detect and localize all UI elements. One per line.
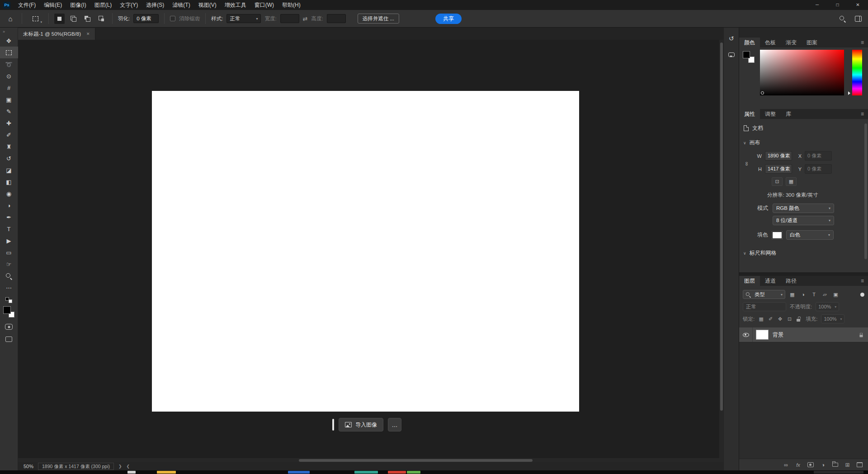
spot-healing-brush-tool[interactable]: ✚ [0,117,18,129]
collapse-section-icon[interactable]: ∨ [743,251,746,256]
color-mode-select[interactable]: RGB 颜色 ▾ [773,204,834,213]
layer-effects-icon[interactable]: fx [795,462,801,468]
vertical-scrollbar-thumb[interactable] [720,43,723,411]
menu-item[interactable]: 选择(S) [142,0,168,10]
add-to-selection-button[interactable] [68,14,79,24]
import-image-button[interactable]: 导入图像 [339,418,383,431]
quick-mask-button[interactable] [5,324,13,330]
menu-item[interactable]: 图层(L) [90,0,116,10]
document-canvas[interactable] [152,91,579,412]
document-tab[interactable]: 未标题-1 @ 50%(RGB/8) ✕ [18,28,95,40]
crop-canvas-icon[interactable]: ⊡ [772,177,783,186]
menu-item[interactable]: 窗口(W) [250,0,278,10]
hue-slider[interactable] [852,50,862,95]
select-and-mask-button[interactable]: 选择并遮住 ... [358,14,399,24]
color-cursor[interactable] [761,91,764,95]
rectangular-marquee-tool[interactable] [0,47,18,58]
current-tool-preset-button[interactable]: ▾ [28,13,43,24]
home-button[interactable]: ⌂ [5,13,16,24]
canvas-fill-select[interactable]: 白色 ▾ [786,230,834,240]
properties-scrollbar-thumb[interactable] [864,123,867,259]
zoom-level-input[interactable]: 50% [24,464,33,469]
share-button[interactable]: 共享 [435,14,462,24]
close-document-icon[interactable]: ✕ [86,32,90,36]
new-layer-icon[interactable]: ⊞ [844,462,850,468]
add-layer-mask-icon[interactable] [807,462,814,467]
pen-tool[interactable]: ✒ [0,211,18,223]
tab-paths[interactable]: 路径 [781,276,802,286]
lock-image-pixels-icon[interactable]: ✐ [768,316,774,322]
eraser-tool[interactable]: ◪ [0,164,18,176]
status-menu-chevron-icon[interactable]: ❯ [118,464,122,469]
type-tool[interactable]: T [0,223,18,235]
new-selection-button[interactable] [54,14,65,24]
move-tool[interactable]: ✥ [0,35,18,47]
tab-patterns[interactable]: 图案 [802,38,822,47]
tab-swatches[interactable]: 色板 [760,38,781,47]
minimize-button[interactable]: ─ [807,0,827,10]
resize-image-icon[interactable]: ▦ [786,177,797,186]
saturation-brightness-field[interactable] [760,50,844,95]
horizontal-scrollbar[interactable] [18,458,723,462]
lock-transparent-pixels-icon[interactable]: ▦ [758,316,764,322]
layers-panel-menu-icon[interactable]: ≡ [857,278,868,284]
collapse-section-icon[interactable]: ∨ [743,141,746,145]
menu-item[interactable]: 文字(Y) [116,0,142,10]
subtract-from-selection-button[interactable] [82,14,93,24]
rectangle-tool[interactable]: ▭ [0,246,18,258]
search-icon[interactable] [839,15,846,22]
menu-item[interactable]: 文件(F) [14,0,40,10]
vertical-scrollbar[interactable] [719,40,723,458]
tab-adjustments[interactable]: 调整 [760,109,781,119]
layer-filter-select[interactable]: 类型 ▾ [743,290,785,299]
link-layers-icon[interactable]: ∞ [783,462,789,468]
filter-smart-objects-icon[interactable]: ▣ [832,290,840,299]
comments-panel-icon[interactable] [725,49,738,60]
link-dimensions-icon[interactable]: ∞ [744,162,750,166]
horizontal-scrollbar-thumb[interactable] [299,459,533,462]
tab-channels[interactable]: 通道 [760,276,781,286]
screen-mode-button[interactable] [5,337,12,342]
delete-layer-icon[interactable] [857,462,863,467]
menu-item[interactable]: 增效工具 [221,0,250,10]
frame-tool[interactable]: ▣ [0,94,18,105]
lock-all-icon[interactable] [796,317,802,322]
blur-tool[interactable]: ◉ [0,188,18,199]
new-adjustment-layer-icon[interactable]: ◑ [820,462,826,468]
tab-color[interactable]: 颜色 [739,38,760,47]
toolbar-collapse-button[interactable]: » [0,28,5,35]
close-button[interactable]: ✕ [848,0,868,10]
feather-input[interactable]: 0 像素 [133,14,159,23]
history-brush-tool[interactable]: ↺ [0,152,18,164]
layer-filter-toggle[interactable] [860,293,864,297]
color-panel-menu-icon[interactable]: ≡ [857,39,868,46]
hand-tool[interactable]: ☞ [0,258,18,270]
lock-position-icon[interactable]: ✥ [777,316,783,322]
canvas-fill-swatch[interactable] [772,232,782,239]
workspace-switcher-icon[interactable] [855,16,862,22]
crop-tool[interactable]: # [0,82,18,94]
clone-stamp-tool[interactable]: ♜ [0,141,18,152]
foreground-color-swatch[interactable] [743,51,750,58]
filter-pixel-layers-icon[interactable]: ▦ [788,290,796,299]
more-options-button[interactable]: … [388,418,401,431]
layer-lock-icon[interactable] [859,332,863,337]
edit-toolbar-button[interactable]: ⋯ [0,282,18,294]
menu-item[interactable]: 图像(I) [66,0,90,10]
brush-tool[interactable]: ✐ [0,129,18,141]
filter-adjustment-layers-icon[interactable]: ◑ [799,290,807,299]
filter-type-layers-icon[interactable]: T [810,290,818,299]
layer-row[interactable]: 背景 [739,327,868,342]
foreground-color-swatch[interactable] [3,306,11,314]
canvas-height-input[interactable]: 1417 像素 [765,164,792,174]
path-selection-tool[interactable]: ▶ [0,235,18,246]
default-colors-icon[interactable] [5,297,12,303]
intersect-selection-button[interactable] [96,14,107,24]
filter-shape-layers-icon[interactable]: ▱ [821,290,829,299]
gradient-tool[interactable]: ◧ [0,176,18,188]
tab-properties[interactable]: 属性 [739,109,760,119]
maximize-button[interactable]: □ [827,0,848,10]
foreground-background-swatches[interactable] [743,51,755,63]
history-panel-icon[interactable]: ↺ [725,33,738,44]
menu-item[interactable]: 编辑(E) [40,0,66,10]
